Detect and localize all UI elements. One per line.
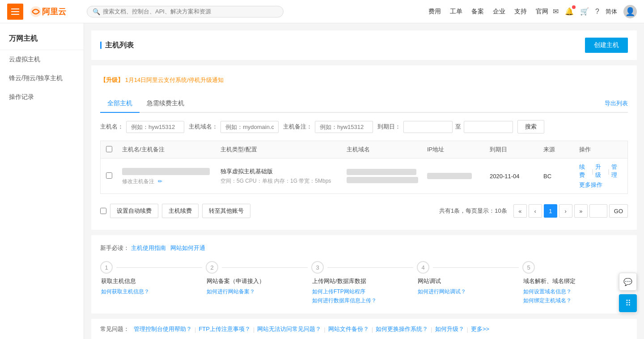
op-upgrade-link[interactable]: 升级 <box>595 163 606 179</box>
sidebar-item-dedicated-host[interactable]: 锋云/翔云/独享主机 <box>0 69 84 88</box>
step-3-arrow <box>327 267 413 268</box>
guide-link-2[interactable]: 网站如何开通 <box>170 245 205 251</box>
pagination-first[interactable]: « <box>513 204 527 218</box>
step-2-name: 网站备案（申请接入） <box>207 277 311 285</box>
expire-field: 到期日： 至 <box>377 121 513 133</box>
host-remark-edit-icon[interactable]: ✏ <box>158 178 162 185</box>
expire-start-input[interactable] <box>403 121 453 133</box>
sidebar-title: 万网主机 <box>0 28 84 50</box>
step-4-link-1[interactable]: 如何进行网站调试？ <box>418 288 522 296</box>
set-auto-renew-button[interactable]: 设置自动续费 <box>110 204 158 218</box>
pagination-next[interactable]: › <box>559 204 572 218</box>
col-expire: 到期日 <box>484 146 538 154</box>
expire-end-input[interactable] <box>464 121 513 133</box>
notification-badge <box>572 5 576 9</box>
step-1-link-1[interactable]: 如何获取主机信息？ <box>101 288 206 296</box>
pagination-last[interactable]: » <box>574 204 588 218</box>
tabs: 全部主机 急需续费主机 导出列表 <box>100 95 628 113</box>
search-bar[interactable]: 🔍 <box>87 6 284 17</box>
select-all-checkbox[interactable] <box>106 146 112 152</box>
step-4-content: 网站调试 如何进行网站调试？ <box>417 277 522 296</box>
op-manage-link[interactable]: 管理 <box>611 163 622 179</box>
svg-text:阿里云: 阿里云 <box>42 7 66 16</box>
step-3-link-1[interactable]: 如何上传FTP网站程序 <box>312 288 417 296</box>
guide-step-1: 1 获取主机信息 如何获取主机信息？ <box>100 261 206 296</box>
chat-icon: 💬 <box>623 278 632 286</box>
guide-step-5: 5 域名解析、域名绑定 如何设置域名信息？ 如何绑定主机域名？ <box>522 261 628 305</box>
col-domain: 主机域名 <box>341 146 422 154</box>
hostname-field: 主机名： <box>100 121 184 133</box>
sidebar-item-virtual-host[interactable]: 云虚拟主机 <box>0 50 84 69</box>
header-icon-group: ✉ 🔔 🛒 ? 简体 👤 <box>553 5 637 18</box>
search-button[interactable]: 搜索 <box>517 120 544 133</box>
nav-item-enterprise[interactable]: 企业 <box>493 8 505 16</box>
sidebar-item-operation-log[interactable]: 操作记录 <box>0 88 84 107</box>
op-renew-link[interactable]: 续费 <box>579 163 590 179</box>
notice-link[interactable]: 1月14日阿里云支付系统/停机升级通知 <box>125 77 224 83</box>
row-domain-cell <box>341 163 422 189</box>
row-expire-cell: 2020-11-04 <box>484 168 538 184</box>
pagination-page-1[interactable]: 1 <box>544 204 557 218</box>
step-5-circle: 5 <box>522 261 535 274</box>
op-more-link[interactable]: 更多操作 <box>579 181 602 188</box>
nav-item-fee[interactable]: 费用 <box>428 8 441 16</box>
faq-link-4[interactable]: 网站文件备份？ <box>328 325 369 333</box>
step-4-name: 网站调试 <box>418 277 522 285</box>
logo[interactable]: 阿里云 <box>29 4 69 19</box>
step-3-link-2[interactable]: 如何进行数据库信息上传？ <box>312 297 417 305</box>
lang-switcher[interactable]: 简体 <box>606 8 617 16</box>
menu-button[interactable] <box>7 4 23 20</box>
batch-checkbox[interactable] <box>100 208 106 214</box>
faq-link-5[interactable]: 如何更换操作系统？ <box>376 325 428 333</box>
step-5-name: 域名解析、域名绑定 <box>523 277 628 285</box>
hostname-input[interactable] <box>126 121 184 133</box>
host-name-blurred <box>122 168 210 175</box>
step-2-circle: 2 <box>206 261 218 274</box>
avatar[interactable]: 👤 <box>623 5 637 18</box>
help-icon[interactable]: ? <box>595 8 599 16</box>
tab-all-hosts[interactable]: 全部主机 <box>100 95 140 113</box>
transfer-account-button[interactable]: 转至其他账号 <box>202 204 250 218</box>
guide-link-1[interactable]: 主机使用指南 <box>131 245 166 251</box>
pagination: 共有1条，每页显示：10条 « ‹ 1 › » GO <box>439 204 628 218</box>
export-list-link[interactable]: 导出列表 <box>605 99 628 107</box>
faq-link-1[interactable]: 管理控制台使用帮助？ <box>134 325 192 333</box>
remark-input[interactable] <box>315 121 373 133</box>
message-icon[interactable]: ✉ <box>553 7 559 16</box>
guide-step-4: 4 网站调试 如何进行网站调试？ <box>417 261 522 296</box>
domain-input[interactable] <box>220 121 279 133</box>
step-1-circle: 1 <box>100 261 113 274</box>
tab-urgent-renew[interactable]: 急需续费主机 <box>140 95 191 113</box>
pagination-go-button[interactable]: GO <box>609 204 628 218</box>
nav-item-ticket[interactable]: 工单 <box>450 8 462 16</box>
faq-link-2[interactable]: FTP上传注意事项？ <box>199 325 250 333</box>
faq-link-6[interactable]: 如何升级？ <box>435 325 464 333</box>
nav-item-filing[interactable]: 备案 <box>471 8 484 16</box>
qr-button[interactable]: ⠿ <box>619 294 637 312</box>
faq-section: 常见问题： 管理控制台使用帮助？ | FTP上传注意事项？ | 网站无法访问常见… <box>91 319 637 339</box>
search-row: 主机名： 主机域名： 主机备注： 到期日： 至 搜索 <box>100 120 628 133</box>
faq-link-more[interactable]: 更多>> <box>471 325 489 333</box>
float-buttons: 💬 ⠿ <box>619 273 637 312</box>
nav-item-official[interactable]: 官网 <box>536 8 548 16</box>
svg-point-0 <box>30 6 41 17</box>
cart-icon[interactable]: 🛒 <box>580 7 589 16</box>
search-input[interactable] <box>103 8 278 15</box>
host-type: 独享虚拟主机基础版 <box>220 167 336 176</box>
row-select-checkbox[interactable] <box>106 172 112 179</box>
chat-button[interactable]: 💬 <box>619 273 637 291</box>
remark-field: 主机备注： <box>283 121 373 133</box>
host-renew-button[interactable]: 主机续费 <box>162 204 199 218</box>
step-5-link-2[interactable]: 如何绑定主机域名？ <box>523 297 628 305</box>
table-header: 主机名/主机备注 主机类型/配置 主机域名 IP地址 到期日 来源 操作 <box>100 141 628 158</box>
step-5-link-1[interactable]: 如何设置域名信息？ <box>523 288 628 296</box>
bell-icon[interactable]: 🔔 <box>565 7 574 16</box>
pagination-input[interactable] <box>589 204 607 218</box>
header-nav: 费用 工单 备案 企业 支持 官网 <box>428 8 548 16</box>
nav-item-support[interactable]: 支持 <box>514 8 527 16</box>
pagination-prev[interactable]: ‹ <box>529 204 542 218</box>
step-2-link-1[interactable]: 如何进行网站备案？ <box>207 288 311 296</box>
remark-label: 主机备注： <box>283 123 312 131</box>
create-host-button[interactable]: 创建主机 <box>585 38 628 53</box>
faq-link-3[interactable]: 网站无法访问常见问题？ <box>257 325 321 333</box>
